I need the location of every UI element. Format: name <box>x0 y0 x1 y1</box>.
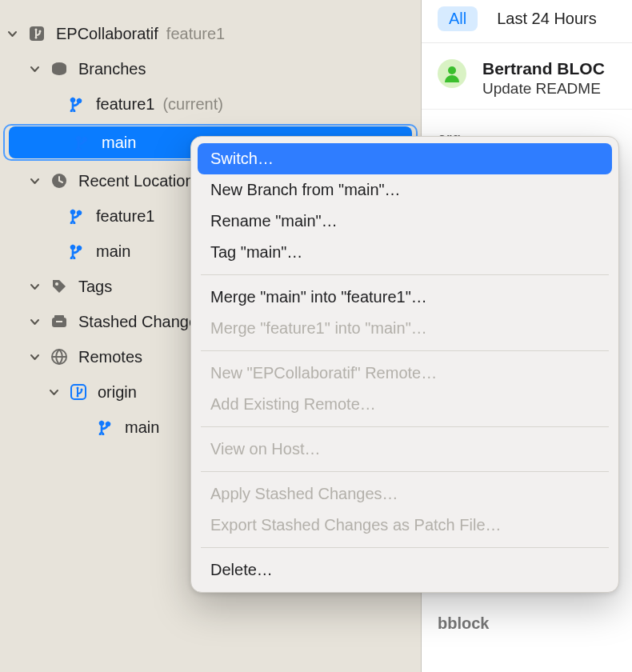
menu-rename[interactable]: Rename "main"… <box>198 206 612 237</box>
disk-icon <box>48 60 70 78</box>
menu-separator <box>201 350 609 351</box>
menu-merge-into[interactable]: Merge "main" into "feature1"… <box>198 282 612 313</box>
menu-switch[interactable]: Switch… <box>198 143 612 174</box>
chevron-down-icon <box>29 65 40 74</box>
scm-outline-icon <box>67 383 90 401</box>
tag-icon <box>48 278 70 295</box>
chevron-down-icon <box>29 353 40 362</box>
menu-tag[interactable]: Tag "main"… <box>198 237 612 268</box>
filter-all-chip[interactable]: All <box>438 6 478 31</box>
menu-separator <box>201 274 609 275</box>
tags-label: Tags <box>78 278 112 296</box>
chevron-down-icon <box>6 30 18 38</box>
menu-new-remote: New "EPCollaboratif" Remote… <box>198 358 612 389</box>
filter-last24[interactable]: Last 24 Hours <box>497 10 597 28</box>
branch-icon <box>66 96 88 112</box>
chevron-down-icon <box>29 318 40 326</box>
menu-separator <box>201 547 609 548</box>
branch-icon <box>94 419 117 435</box>
menu-separator <box>201 471 609 472</box>
menu-add-remote: Add Existing Remote… <box>198 389 612 420</box>
recent-label: Recent Locations <box>78 172 202 190</box>
repo-row[interactable]: EPCollaboratif feature1 <box>0 16 421 51</box>
branch-name: feature1 <box>96 95 154 114</box>
branch-icon <box>71 134 94 150</box>
menu-merge-from: Merge "feature1" into "main"… <box>198 313 612 344</box>
branch-current-suffix: (current) <box>162 95 223 114</box>
context-menu: Switch… New Branch from "main"… Rename "… <box>190 136 619 593</box>
filter-row: All Last 24 Hours <box>422 6 632 43</box>
peek-text: bblock <box>438 610 616 636</box>
commit-text: Bertrand BLOC Update README <box>482 59 605 98</box>
menu-apply-stash: Apply Stashed Changes… <box>198 478 612 510</box>
remote-name: origin <box>98 383 137 402</box>
recent-name: main <box>96 242 130 261</box>
commit-row[interactable]: Bertrand BLOC Update README <box>422 43 632 110</box>
chevron-down-icon <box>48 388 59 397</box>
chevron-down-icon <box>29 177 40 186</box>
remotes-label: Remotes <box>78 348 142 366</box>
branch-row-feature1[interactable]: feature1 (current) <box>0 86 421 122</box>
branch-icon <box>66 243 88 259</box>
branches-group[interactable]: Branches <box>0 51 421 86</box>
clock-icon <box>48 172 70 190</box>
menu-separator <box>201 426 609 427</box>
menu-export-stash: Export Stashed Changes as Patch File… <box>198 510 612 541</box>
commit-message: Update README <box>482 80 605 98</box>
menu-new-branch[interactable]: New Branch from "main"… <box>198 174 612 206</box>
branch-icon <box>66 208 88 224</box>
tray-icon <box>48 313 70 330</box>
menu-view-host: View on Host… <box>198 434 612 465</box>
recent-name: feature1 <box>96 207 154 226</box>
globe-icon <box>48 348 70 366</box>
commit-author: Bertrand BLOC <box>482 59 605 78</box>
repo-current-branch: feature1 <box>166 25 225 43</box>
remote-branch-name: main <box>125 418 159 437</box>
chevron-down-icon <box>29 282 40 291</box>
scm-icon <box>26 25 48 42</box>
branches-label: Branches <box>78 60 146 78</box>
menu-delete[interactable]: Delete… <box>198 554 612 586</box>
branch-name: main <box>102 134 136 152</box>
stashed-label: Stashed Changes <box>78 313 206 331</box>
avatar <box>438 59 466 88</box>
repo-name: EPCollaboratif <box>56 25 158 43</box>
